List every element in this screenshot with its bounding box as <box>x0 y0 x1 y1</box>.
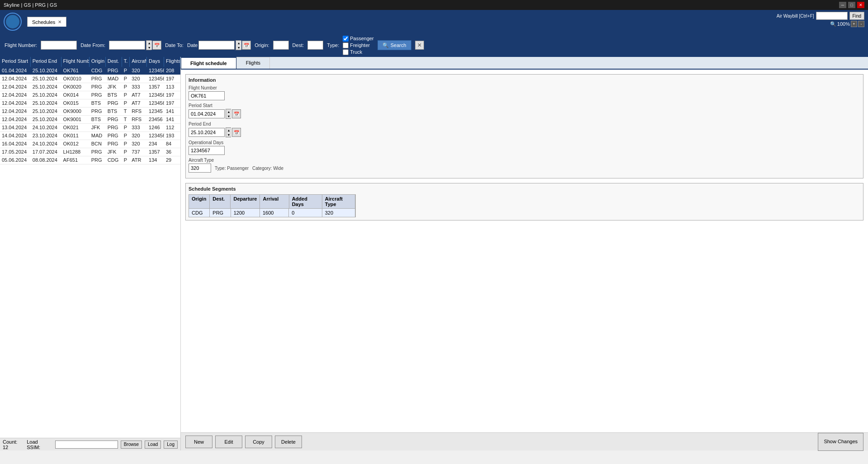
tab-schedules-label: Schedules <box>32 19 55 25</box>
period-end-input[interactable] <box>189 128 225 137</box>
tab-schedules[interactable]: Schedules ✕ <box>27 17 66 27</box>
zoom-out-button[interactable]: - <box>858 21 864 27</box>
aircraft-type-input[interactable] <box>189 164 211 173</box>
cell-origin: BTS <box>90 99 106 107</box>
segments-section: Schedule Segments Origin Dest. Departure… <box>185 183 863 220</box>
tab-flight-schedule-label: Flight schedule <box>190 61 227 66</box>
type-passenger-checkbox[interactable] <box>343 36 349 42</box>
list-row[interactable]: 12.04.2024 25.10.2024 OK9000 PRG BTS T R… <box>0 108 180 116</box>
cell-origin: PRG <box>90 83 106 91</box>
new-button[interactable]: New <box>185 436 212 448</box>
list-row[interactable]: 17.05.2024 17.07.2024 LH1288 PRG JFK P 7… <box>0 148 180 156</box>
list-row[interactable]: 01.04.2024 25.10.2024 OK761 CDG PRG P 32… <box>0 67 180 75</box>
period-end-spinner[interactable]: ▲ ▼ <box>226 127 231 137</box>
clear-button[interactable]: ✕ <box>415 41 424 50</box>
cell-dest: MAD <box>106 75 122 83</box>
date-to-spinner[interactable]: ▲ ▼ <box>236 40 241 50</box>
list-row[interactable]: 13.04.2024 24.10.2024 OK021 JFK PRG P 33… <box>0 124 180 132</box>
date-from-calendar[interactable]: 📅 <box>152 41 161 50</box>
tab-flight-schedule[interactable]: Flight schedule <box>181 57 236 69</box>
search-icon: 🔍 <box>382 42 389 48</box>
cell-origin: PRG <box>90 91 106 99</box>
period-end-up[interactable]: ▲ <box>226 128 231 132</box>
cell-period-end: 08.08.2024 <box>31 156 61 164</box>
type-freighter-checkbox[interactable] <box>343 42 349 48</box>
zoom-in-button[interactable]: + <box>851 21 857 27</box>
period-start-up[interactable]: ▲ <box>226 109 231 114</box>
period-end-down[interactable]: ▼ <box>226 132 231 137</box>
date-to-up[interactable]: ▲ <box>236 41 241 45</box>
cell-dest: PRG <box>106 67 122 75</box>
cell-t: P <box>122 148 130 156</box>
cell-aircraft: 320 <box>130 75 147 83</box>
cell-flights: 36 <box>164 148 180 156</box>
date-from-input[interactable]: 05.06.2024 <box>109 41 145 50</box>
dest-input[interactable] <box>307 41 323 50</box>
aircraft-category: Category: Wide <box>252 166 283 171</box>
type-truck-checkbox[interactable] <box>343 49 349 55</box>
list-row[interactable]: 05.06.2024 08.08.2024 AF651 PRG CDG P AT… <box>0 156 180 164</box>
flight-number-field-input[interactable] <box>189 91 225 100</box>
list-row[interactable]: 16.04.2024 24.10.2024 OK012 BCN PRG P 32… <box>0 140 180 148</box>
cell-dest: PRG <box>106 124 122 131</box>
cell-t: T <box>122 108 130 115</box>
period-start-field: Period Start ▲ ▼ 📅 <box>189 103 860 119</box>
segment-row[interactable]: CDG PRG 1200 1600 0 320 <box>189 209 355 217</box>
cell-flights: 29 <box>164 156 180 164</box>
origin-input[interactable] <box>273 41 289 50</box>
seg-col-dest-header: Dest. <box>210 195 231 208</box>
waybill-input[interactable] <box>816 12 848 20</box>
tab-close-icon[interactable]: ✕ <box>58 19 61 24</box>
period-start-spinner[interactable]: ▲ ▼ <box>226 109 231 119</box>
browse-button[interactable]: Browse <box>121 441 142 449</box>
date-to-label: Date To: <box>165 42 184 48</box>
ssim-input[interactable] <box>55 441 118 449</box>
cell-aircraft: AT7 <box>130 91 147 99</box>
show-changes-button[interactable]: Show Changes <box>818 433 863 451</box>
date-from-up[interactable]: ▲ <box>146 41 152 45</box>
list-row[interactable]: 12.04.2024 25.10.2024 OK9001 BTS PRG T R… <box>0 116 180 124</box>
copy-button[interactable]: Copy <box>245 436 272 448</box>
cell-days: 234 <box>147 140 164 148</box>
search-button[interactable]: 🔍 Search <box>377 40 411 50</box>
delete-button[interactable]: Delete <box>275 436 302 448</box>
date-from-down[interactable]: ▼ <box>146 45 152 50</box>
cell-flights: 84 <box>164 140 180 148</box>
edit-button[interactable]: Edit <box>215 436 242 448</box>
log-button[interactable]: Log <box>164 441 178 449</box>
cell-dest: PRG <box>106 99 122 107</box>
cell-flight-num: OK012 <box>61 140 90 148</box>
date-to-input[interactable] <box>198 41 235 50</box>
cell-t: P <box>122 91 130 99</box>
period-start-input[interactable] <box>189 109 225 118</box>
cell-origin: MAD <box>90 132 106 140</box>
aircraft-type-field: Aircraft Type Type: Passenger Category: … <box>189 158 860 173</box>
period-start-calendar[interactable]: 📅 <box>232 109 241 118</box>
flight-number-input[interactable] <box>41 41 77 50</box>
operational-days-input[interactable] <box>189 146 225 155</box>
cell-aircraft: 320 <box>130 132 147 140</box>
col-header-days: Days <box>147 57 164 67</box>
cell-t: P <box>122 132 130 140</box>
cell-t: P <box>122 75 130 83</box>
list-row[interactable]: 12.04.2024 25.10.2024 OK015 BTS PRG P AT… <box>0 99 180 108</box>
minimize-button[interactable]: ─ <box>839 2 846 8</box>
list-row[interactable]: 12.04.2024 25.10.2024 OK014 PRG BTS P AT… <box>0 91 180 99</box>
period-end-calendar[interactable]: 📅 <box>232 128 241 137</box>
cell-aircraft: RFS <box>130 116 147 123</box>
list-row[interactable]: 14.04.2024 23.10.2024 OK011 MAD PRG P 32… <box>0 132 180 140</box>
find-button[interactable]: Find <box>849 12 864 20</box>
tab-flights[interactable]: Flights <box>236 57 270 69</box>
list-row[interactable]: 12.04.2024 25.10.2024 OK0020 PRG JFK P 3… <box>0 83 180 91</box>
close-button[interactable]: ✕ <box>857 2 864 8</box>
date-to-calendar[interactable]: 📅 <box>242 41 251 50</box>
date-from-spinner[interactable]: ▲ ▼ <box>146 40 151 50</box>
cell-dest: BTS <box>106 91 122 99</box>
list-row[interactable]: 12.04.2024 25.10.2024 OK0010 PRG MAD P 3… <box>0 75 180 83</box>
cell-period-start: 12.04.2024 <box>0 75 31 83</box>
cell-days: 1357 <box>147 148 164 156</box>
load-button[interactable]: Load <box>145 441 161 449</box>
date-to-down[interactable]: ▼ <box>236 45 241 50</box>
maximize-button[interactable]: □ <box>848 2 855 8</box>
period-start-down[interactable]: ▼ <box>226 114 231 118</box>
